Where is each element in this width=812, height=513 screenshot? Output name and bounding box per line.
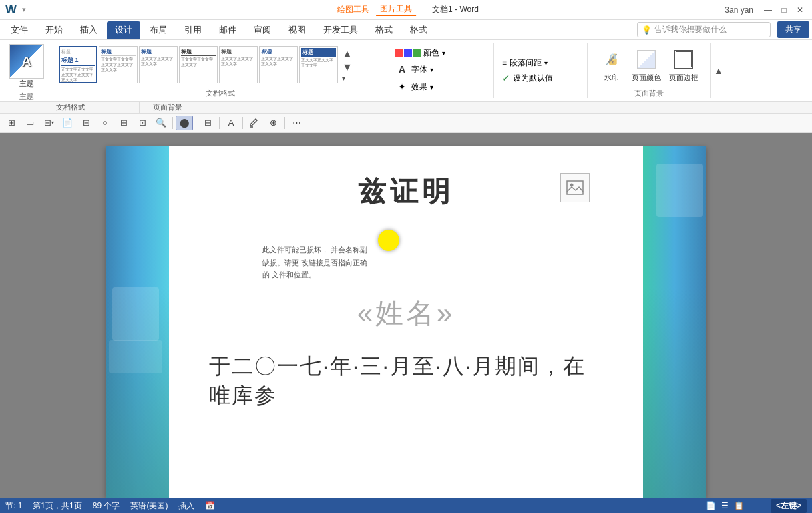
style-item-6[interactable]: 标题 正文文字正文文字正文文字 [299, 46, 338, 83]
resize-icon-btn[interactable]: ⊡ [134, 116, 151, 130]
collapse-icon[interactable]: ▲ [714, 65, 723, 76]
style-item-1[interactable]: 标题 正文文字正文文字正文文字正文文字正文文字 [99, 46, 138, 83]
word-logo: W [5, 3, 17, 17]
wrap-icon-btn[interactable]: ⊟▾ [40, 116, 57, 130]
page-decoration-right [643, 146, 706, 498]
colors-button[interactable]: 颜色 ▾ [393, 46, 448, 60]
tab-format1[interactable]: 格式 [367, 21, 401, 39]
circle-icon-btn[interactable]: ○ [96, 116, 114, 130]
tab-layout[interactable]: 布局 [142, 21, 175, 39]
picture-tools-tab[interactable]: 图片工具 [376, 3, 416, 16]
style-item-3[interactable]: 标题 正文文字正文文字正文文字 [179, 46, 218, 83]
grid-icon-btn[interactable]: ⊞ [115, 116, 132, 130]
tab-format2[interactable]: 格式 [402, 21, 435, 39]
tab-insert[interactable]: 插入 [72, 21, 106, 39]
table-icon-btn[interactable]: ⊞ [3, 116, 20, 130]
doc-format-section-label: 文档格式 [3, 102, 140, 113]
share-button[interactable]: 共享 [777, 21, 809, 38]
collapse-ribbon-button[interactable]: ▲ [711, 43, 731, 98]
style-item-4[interactable]: 标题 正文文字正文文字正文文字 [219, 46, 258, 83]
page-count: 第1页，共1页 [33, 500, 81, 512]
ribbon-group-theme: A 主题 主题 [0, 43, 53, 98]
document-title: 文档1 - Word [432, 4, 479, 15]
style-item-2[interactable]: 标题 正文文字正文文字正文文字 [139, 46, 178, 83]
word-count: 89 个字 [93, 500, 120, 512]
title-bar-right: 3an yan — □ ✕ [725, 3, 807, 17]
separator-1 [172, 117, 173, 129]
default-label: 设为默认值 [513, 73, 553, 84]
style-item-5[interactable]: 标题 正文文字正文文字正文文字 [259, 46, 298, 83]
check-icon: ✓ [502, 73, 510, 83]
align-left-btn[interactable]: ⊟ [77, 116, 95, 130]
tab-review[interactable]: 审阅 [246, 21, 279, 39]
tab-mailings[interactable]: 邮件 [211, 21, 244, 39]
tab-references[interactable]: 引用 [176, 21, 210, 39]
restore-button[interactable]: □ [777, 3, 791, 17]
section-info: 节: 1 [5, 500, 22, 512]
more-btn[interactable]: ⋯ [288, 116, 305, 130]
username: 3an yan [725, 5, 753, 15]
scroll-down-icon[interactable]: ▼ [342, 61, 353, 73]
style-gallery: 标题 标题 1 正文文字正文文字正文文字正文文字正文文字 标题 正文文字正文文字… [59, 46, 338, 83]
watermark-button[interactable]: 🔏 水印 [598, 46, 625, 84]
colors-dropdown-icon: ▾ [442, 49, 445, 57]
tab-file[interactable]: 文件 [3, 21, 36, 39]
active-tool-btn[interactable]: ⬤ [176, 116, 193, 130]
layout-icon-1[interactable]: 📄 [706, 501, 716, 510]
search-placeholder[interactable]: 告诉我你想要做什么 [654, 24, 766, 35]
shape-icon-btn[interactable]: ▭ [21, 116, 39, 130]
layout-icon-2[interactable]: ☰ [721, 501, 729, 510]
page-border-icon [672, 47, 696, 71]
expand-icon[interactable]: ▾ [342, 75, 353, 82]
document-canvas: 兹证明 此文件可能已损坏， 并会名称副缺损。请更 改链接是否指向正确的 文件和位… [0, 133, 812, 498]
style-item-0[interactable]: 标题 标题 1 正文文字正文文字正文文字正文文字正文文字 [59, 46, 97, 83]
action-button[interactable]: <左键> [771, 499, 807, 513]
status-right: 📄 ☰ 📋 —— <左键> [706, 499, 807, 513]
drawing-tools-tab[interactable]: 绘图工具 [333, 4, 373, 15]
tab-design[interactable]: 设计 [107, 21, 140, 39]
content-area: 兹证明 此文件可能已损坏， 并会名称副缺损。请更 改链接是否指向正确的 文件和位… [0, 133, 812, 498]
zoom-level: —— [749, 501, 765, 510]
ribbon-group-spacing: ≡ 段落间距 ▾ ✓ 设为默认值 [494, 43, 588, 98]
separator-2 [196, 117, 196, 129]
zoom-icon-btn[interactable]: 🔍 [152, 116, 170, 130]
image-placeholder[interactable] [560, 173, 590, 202]
scroll-up-icon[interactable]: ▲ [342, 48, 353, 60]
language-info: 英语(美国) [130, 500, 168, 512]
fonts-button[interactable]: A 字体 ▾ [393, 61, 436, 77]
wrap2-icon-btn[interactable]: ⊟ [199, 116, 216, 130]
tab-home[interactable]: 开始 [37, 21, 71, 39]
style-scroll-button[interactable]: ▲ ▼ ▾ [341, 48, 354, 82]
page-border-button[interactable]: 页面边框 [668, 46, 700, 84]
doc-icon-btn[interactable]: 📄 [59, 116, 76, 130]
default-button[interactable]: ✓ 设为默认值 [499, 71, 556, 86]
edit-mode: 插入 [178, 500, 194, 512]
page-color-label: 页面颜色 [632, 73, 661, 83]
watermark-label: 水印 [604, 73, 619, 83]
calendar-icon: 📅 [205, 501, 215, 510]
doc-format-label: 文档格式 [59, 87, 381, 98]
ribbon: 文件 开始 插入 设计 布局 引用 邮件 审阅 视图 开发工具 格式 格式 💡 … [0, 20, 812, 133]
fonts-label: 字体 [411, 64, 427, 75]
edit-icon-btn[interactable] [246, 116, 263, 130]
theme-label: 主题 [19, 79, 34, 89]
page-color-button[interactable]: 页面颜色 [630, 46, 662, 84]
ribbon-group-colors: 颜色 ▾ A 字体 ▾ ✦ 效果 ▾ [387, 43, 494, 98]
ribbon-search[interactable]: 💡 告诉我你想要做什么 [637, 22, 771, 37]
spacing-button[interactable]: ≡ 段落间距 ▾ [499, 56, 550, 70]
ribbon-content-design: A 主题 主题 标题 标题 1 正文文字正文文字正文文字正文文字正文文字 [0, 40, 812, 102]
tab-view[interactable]: 视图 [280, 21, 314, 39]
tab-developer[interactable]: 开发工具 [315, 21, 366, 39]
ribbon-group-doc-format: 标题 标题 1 正文文字正文文字正文文字正文文字正文文字 标题 正文文字正文文字… [53, 43, 387, 98]
layout-icon-3[interactable]: 📋 [734, 501, 744, 510]
quick-access: ▾ [22, 5, 26, 14]
text-tool-btn[interactable]: A [222, 116, 240, 130]
effects-button[interactable]: ✦ 效果 ▾ [393, 79, 436, 95]
close-button[interactable]: ✕ [793, 3, 807, 17]
theme-button[interactable]: A 主题 [8, 43, 45, 90]
minimize-button[interactable]: — [761, 3, 775, 17]
separator-4 [242, 117, 243, 129]
name-placeholder: «姓名» [209, 295, 603, 332]
group-icon-btn[interactable]: ⊕ [264, 116, 282, 130]
fonts-dropdown-icon: ▾ [430, 66, 433, 73]
